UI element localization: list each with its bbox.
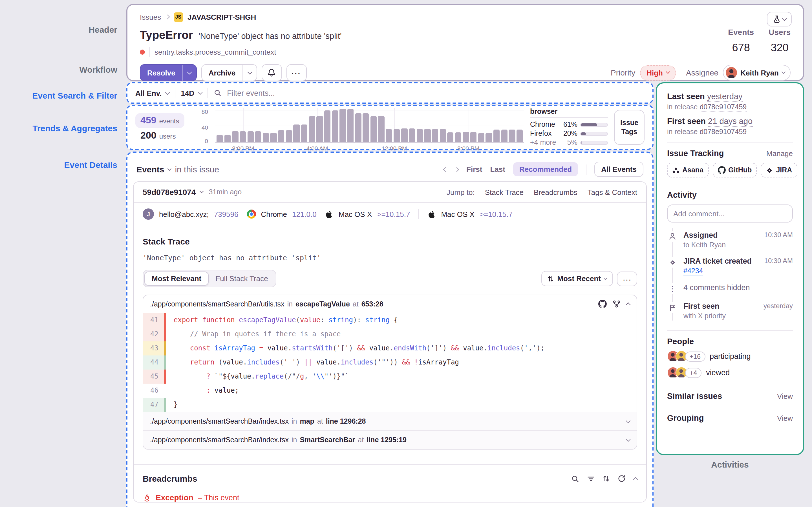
priority-select[interactable]: High	[640, 65, 676, 80]
more-actions-button[interactable]: ...	[286, 64, 306, 81]
sort-most-recent-button[interactable]: Most Recent	[541, 271, 613, 286]
chevron-down-icon	[782, 16, 786, 21]
collapsed-frame-row[interactable]: ./app/components/smartSearchBar/index.ts…	[143, 431, 637, 449]
tab-most-relevant[interactable]: Most Relevant	[144, 272, 209, 286]
activity-item-time: 10:30 AM	[764, 257, 793, 276]
assignee-select[interactable]: Keith Ryan	[723, 65, 791, 80]
all-events-button[interactable]: All Events	[594, 162, 644, 177]
grouping-view-link[interactable]: View	[777, 414, 793, 422]
collapsed-frame-row[interactable]: ./app/components/smartSearchBar/index.ts…	[143, 412, 637, 431]
stack-frame-header[interactable]: ./app/components/smartSearchBar/utils.ts…	[143, 295, 637, 313]
filter-icon[interactable]	[587, 474, 595, 483]
resolve-dropdown-caret[interactable]	[182, 65, 196, 80]
github-icon[interactable]	[598, 300, 607, 308]
annotation-event-search: Event Search & Filter	[0, 91, 117, 100]
chart-bar	[463, 132, 469, 142]
issue-tags-button[interactable]: Issue Tags	[614, 110, 645, 145]
breadcrumb-issues-link[interactable]: Issues	[140, 13, 161, 21]
tag-client-os-name[interactable]: Mac OS X	[441, 210, 474, 218]
tag-os-name[interactable]: Mac OS X	[339, 210, 372, 218]
issue-sidebar: Last seen yesterday in release d078e9107…	[656, 82, 804, 455]
divider	[207, 88, 208, 98]
archive-button[interactable]: Archive	[201, 64, 257, 81]
code-line: 41export function escapeTagValue(value: …	[143, 313, 637, 327]
apple-icon	[325, 210, 334, 218]
browser-pct: 5%	[559, 138, 577, 147]
tab-full-stack-trace[interactable]: Full Stack Trace	[209, 272, 274, 285]
stack-trace-tabs: Most Relevant Full Stack Trace	[143, 270, 276, 287]
chart-bar	[440, 129, 446, 142]
experiment-flask-button[interactable]	[767, 12, 792, 26]
last-seen-release-link[interactable]: d078e9107459	[700, 103, 747, 112]
suspect-commit-icon[interactable]	[612, 300, 621, 308]
first-seen-release-link[interactable]: d078e9107459	[700, 128, 747, 136]
chart-bar	[501, 130, 507, 142]
code-line: 44 return (value.includes(' ') || value.…	[143, 355, 637, 370]
browser-name[interactable]: Firefox	[530, 129, 559, 137]
asana-button[interactable]: Asana	[667, 163, 709, 177]
expand-frame-chevron[interactable]	[626, 437, 631, 442]
jump-tags-context-link[interactable]: Tags & Context	[588, 188, 637, 196]
participants-count-pill[interactable]: +16	[685, 351, 705, 361]
sort-arrows-icon[interactable]	[603, 475, 610, 482]
frame-at-word: at	[317, 417, 323, 425]
last-event-button[interactable]: Last	[490, 165, 505, 173]
next-event-button[interactable]	[455, 167, 459, 172]
priority-value: High	[647, 68, 663, 77]
github-label: GitHub	[728, 166, 752, 174]
jira-ticket-link[interactable]: #4234	[683, 267, 703, 276]
jump-breadcrumbs-link[interactable]: Breadcrumbs	[534, 188, 577, 196]
tag-client-os-version[interactable]: >=10.15.7	[479, 210, 513, 218]
viewers-count-pill[interactable]: +4	[685, 368, 702, 378]
jira-button[interactable]: JIRA	[761, 163, 797, 177]
environment-value: All Env.	[135, 89, 161, 97]
chart-bar	[409, 128, 415, 142]
github-button[interactable]: GitHub	[712, 163, 757, 177]
prev-event-button[interactable]	[443, 167, 448, 172]
browser-name[interactable]: +4 more	[530, 138, 559, 147]
chart-bar	[486, 133, 492, 142]
issue-culprit-row: sentry.tasks.process_commit_context	[140, 47, 791, 57]
expand-frame-chevron[interactable]	[626, 418, 631, 423]
issue-stats: Events 678 Users 320	[728, 27, 791, 54]
activity-item-hidden-comments[interactable]: ⋮ 4 comments hidden	[667, 279, 793, 298]
add-comment-input[interactable]	[667, 205, 793, 223]
tag-browser-version[interactable]: 121.0.0	[292, 210, 317, 218]
environment-select[interactable]: All Env.	[135, 89, 169, 97]
tag-user-id[interactable]: 739596	[214, 210, 239, 218]
chevron-down-icon	[781, 70, 785, 74]
filter-events-input[interactable]	[227, 89, 645, 97]
tag-os-version[interactable]: >=10.15.7	[377, 210, 410, 218]
event-id-dropdown[interactable]: 59d078e91074	[143, 187, 196, 196]
workflow-bar: Resolve Archive ... Priority High Assign…	[140, 64, 791, 81]
stack-trace-options-button[interactable]: ...	[617, 271, 637, 286]
chart-bar	[347, 108, 354, 142]
event-id-row: 59d078e91074 31min ago Jump to: Stack Tr…	[134, 182, 646, 203]
manage-link[interactable]: Manage	[766, 149, 793, 158]
first-seen-value[interactable]: 21 days ago	[708, 117, 753, 127]
resolve-button[interactable]: Resolve	[140, 64, 197, 81]
chart-bar	[317, 116, 323, 142]
similar-issues-view-link[interactable]: View	[777, 392, 793, 400]
jump-stack-trace-link[interactable]: Stack Trace	[485, 188, 523, 196]
events-stat-label[interactable]: Events	[728, 27, 754, 38]
search-icon[interactable]	[571, 474, 579, 483]
subscribe-bell-button[interactable]	[261, 64, 282, 81]
first-event-button[interactable]: First	[466, 165, 482, 173]
browser-name[interactable]: Chrome	[530, 121, 559, 128]
date-range-select[interactable]: 14D	[181, 89, 202, 97]
users-stat-label[interactable]: Users	[769, 27, 791, 38]
browser-bar	[580, 122, 608, 126]
chevron-down-icon	[666, 70, 670, 74]
tag-browser-name[interactable]: Chrome	[261, 210, 287, 218]
collapse-frame-chevron[interactable]	[626, 302, 631, 307]
collapse-section-chevron[interactable]	[633, 477, 638, 482]
tag-user-email[interactable]: hello@abc.xyz;	[159, 210, 209, 218]
last-seen-value[interactable]: yesterday	[707, 92, 743, 102]
history-icon[interactable]	[617, 474, 626, 483]
archive-dropdown-caret[interactable]	[242, 65, 256, 80]
frame-function: escapeTagValue	[296, 300, 350, 308]
events-dropdown[interactable]: Events	[137, 165, 164, 174]
recommended-tab[interactable]: Recommended	[513, 162, 578, 176]
code-line: 45 ? `"${value.replace(/"/g, '\\"')}"`	[143, 370, 637, 384]
